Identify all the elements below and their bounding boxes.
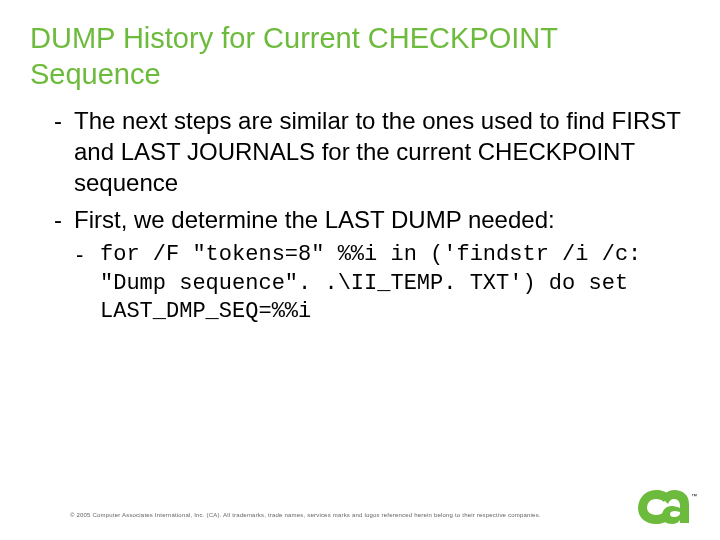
bullet-item: First, we determine the LAST DUMP needed… xyxy=(30,204,690,235)
code-bullet: for /F "tokens=8" %%i in ('findstr /i /c… xyxy=(30,241,690,327)
copyright-footer: © 2005 Computer Associates International… xyxy=(70,512,541,518)
bullet-item: The next steps are similar to the ones u… xyxy=(30,105,690,199)
ca-logo: ™ xyxy=(638,480,698,526)
slide-title: DUMP History for Current CHECKPOINT Sequ… xyxy=(30,20,690,93)
svg-text:™: ™ xyxy=(691,493,697,499)
